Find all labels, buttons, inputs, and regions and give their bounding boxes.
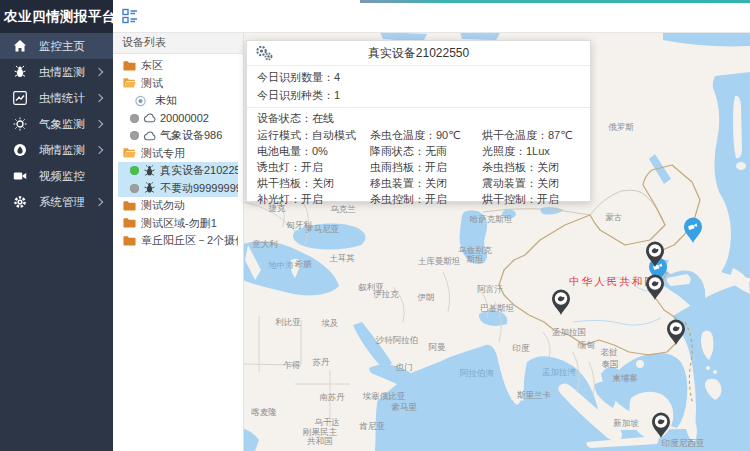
- insect-device-pin[interactable]: [646, 275, 664, 301]
- sidebar-item-home[interactable]: 监控主页: [0, 33, 113, 59]
- country-label: 巴基斯坦: [480, 303, 514, 313]
- insect-device-pin[interactable]: [667, 320, 685, 346]
- sidebar-item-insect-monitor[interactable]: 虫情监测: [0, 59, 113, 85]
- country-label: 刚果民主共和国: [303, 427, 338, 446]
- app-title: 农业四情测报平台: [0, 0, 113, 33]
- device-params: 运行模式：自动模式杀虫仓温度：90℃烘干仓温度：87℃电池电量：0%降雨状态：无…: [247, 127, 590, 207]
- device-param: 运行模式：自动模式: [247, 127, 360, 143]
- tree-device[interactable]: 真实设备21022550: [118, 162, 238, 180]
- country-label: 肯尼亚: [358, 421, 385, 431]
- tree-label: 测试勿动: [141, 198, 185, 213]
- radio-icon: [134, 95, 145, 107]
- country-label: 印度: [513, 343, 531, 353]
- device-param: 虫雨挡板：开启: [360, 159, 472, 175]
- sidebar-item-insect-stats[interactable]: 虫情统计: [0, 85, 113, 111]
- sea-label: 孟加拉湾: [542, 367, 577, 377]
- country-label: 阿富汗: [477, 284, 503, 294]
- tree-device[interactable]: 气象设备986: [118, 127, 238, 145]
- country-label: 柬埔寨: [612, 373, 638, 383]
- country-label: 意大利: [251, 239, 278, 249]
- tree-folder[interactable]: 东区: [118, 57, 238, 75]
- country-label: 罗马尼亚: [305, 224, 340, 234]
- tree-label: 测试区域-勿删1: [141, 216, 217, 231]
- device-param: 移虫装置：关闭: [360, 175, 472, 191]
- sidebar-item-weather-monitor[interactable]: 气象监测: [0, 111, 113, 137]
- tree-device[interactable]: 未知: [118, 92, 238, 110]
- country-label: 缅甸: [578, 340, 595, 350]
- bug-icon: [13, 65, 27, 79]
- device-tree: 东区测试未知20000002气象设备986测试专用真实设备21022550不要动…: [113, 54, 243, 250]
- tree-label: 不要动99999999: [160, 181, 238, 196]
- popup-summary: 今日识别数量：4今日识别种类：1: [247, 66, 590, 108]
- country-label: 沙特阿拉伯: [376, 335, 419, 345]
- status-dot-online: [130, 166, 139, 175]
- country-label: 俄罗斯: [608, 122, 634, 132]
- tree-folder[interactable]: 测试专用: [118, 145, 238, 163]
- device-param: 杀虫控制：开启: [360, 191, 472, 207]
- soil-moisture-icon: [13, 143, 27, 157]
- tree-folder[interactable]: 测试区域-勿删1: [118, 215, 238, 233]
- sidebar-item-soil-monitor[interactable]: 墒情监测: [0, 137, 113, 163]
- popup-summary-row: 今日识别种类：1: [247, 86, 590, 104]
- tree-toggle-icon[interactable]: [122, 8, 138, 24]
- device-param: 震动装置：关闭: [472, 175, 590, 191]
- country-label: 乌兹别克斯坦: [458, 245, 493, 264]
- country-label: 埃及: [321, 318, 339, 328]
- device-param: 杀虫仓温度：90℃: [360, 127, 472, 143]
- video-icon: [13, 169, 27, 183]
- device-list-panel: 设备列表 东区测试未知20000002气象设备986测试专用真实设备210225…: [113, 32, 244, 451]
- country-label: 也门: [395, 362, 413, 372]
- gear-icon: [13, 195, 27, 209]
- device-param: 光照度：1Lux: [472, 143, 590, 159]
- status-dot-offline: [130, 131, 139, 140]
- insect-device-pin[interactable]: [552, 290, 570, 316]
- chevron-right-icon: [95, 94, 103, 102]
- device-param: 诱虫灯：开启: [247, 159, 360, 175]
- folder-open-icon: [123, 77, 136, 89]
- country-label: 泰国: [602, 359, 619, 369]
- status-dot-offline: [130, 114, 139, 123]
- tree-label: 未知: [155, 93, 177, 108]
- device-info-popup: 真实设备21022550 今日识别数量：4今日识别种类：1 设备状态：在线 运行…: [246, 40, 591, 202]
- sidebar-item-video-monitor[interactable]: 视频监控: [0, 163, 113, 189]
- device-param: 烘干挡板：关闭: [247, 175, 360, 191]
- chevron-right-icon: [95, 198, 103, 206]
- device-param: 补光灯：开启: [247, 191, 360, 207]
- china-label: 中华人民共和国: [569, 275, 657, 287]
- chevron-right-icon: [95, 146, 103, 154]
- korea-peninsula: [707, 248, 722, 280]
- red-sea: [353, 322, 392, 370]
- settings-cogs-icon[interactable]: [255, 45, 273, 61]
- status-dot-offline: [130, 184, 139, 193]
- tree-device[interactable]: 20000002: [118, 110, 238, 128]
- top-progress-line: [360, 0, 750, 3]
- tree-device[interactable]: 不要动99999999: [118, 180, 238, 198]
- country-label: 印度尼西亚: [662, 438, 705, 448]
- country-label: 伊朗: [418, 292, 435, 302]
- country-label: 利比亚: [275, 317, 301, 327]
- country-label: 土耳其: [329, 253, 355, 263]
- device-param: 烘干仓温度：87℃: [472, 127, 590, 143]
- tree-folder[interactable]: 测试: [118, 75, 238, 93]
- sidebar: 农业四情测报平台 监控主页虫情监测虫情统计气象监测墒情监测视频监控系统管理: [0, 0, 113, 451]
- sidebar-item-system[interactable]: 系统管理: [0, 189, 113, 215]
- insect-icon: [143, 165, 156, 177]
- folder-closed-icon: [123, 60, 136, 72]
- country-label: 希腊: [295, 259, 313, 269]
- home-icon: [13, 39, 27, 53]
- device-status: 设备状态：在线: [247, 110, 590, 127]
- country-label: 埃塞俄比亚: [362, 391, 406, 401]
- chart-icon: [13, 91, 27, 105]
- cloud-icon: [143, 112, 156, 124]
- device-param: 降雨状态：无雨: [360, 143, 472, 159]
- tree-folder[interactable]: 测试勿动: [118, 197, 238, 215]
- camera-device-pin[interactable]: [684, 218, 702, 244]
- country-label: 斯里兰卡: [517, 390, 552, 400]
- tree-folder[interactable]: 章丘阳丘区－2个摄像头: [118, 232, 238, 250]
- folder-open-icon: [123, 147, 136, 159]
- sea-of-japan: [713, 72, 750, 278]
- tree-label: 东区: [141, 58, 163, 73]
- hokkaido: [736, 162, 746, 170]
- device-list-header: 设备列表: [113, 32, 243, 54]
- device-param: 杀虫挡板：关闭: [472, 159, 590, 175]
